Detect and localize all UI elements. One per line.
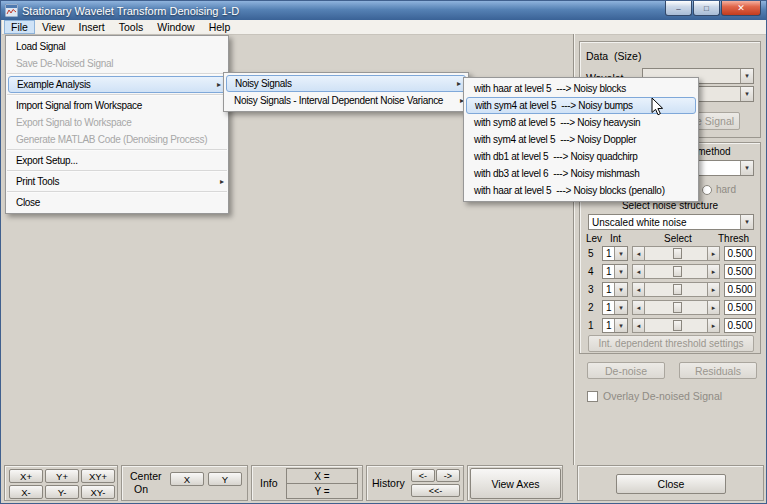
menubar-item-tools[interactable]: Tools [112, 20, 151, 34]
menu-item: Save De-Noised Signal [6, 55, 228, 72]
menu-separator [7, 191, 227, 193]
menu-item[interactable]: Print Tools▸ [6, 173, 228, 190]
menubar-item-window[interactable]: Window [150, 20, 201, 34]
threshold-value-field[interactable]: 0.500 [724, 300, 756, 315]
threshold-row: 21▾◂▸0.500 [580, 300, 760, 316]
menu-item[interactable]: Noisy Signals▸ [226, 75, 466, 92]
menubar-item-view[interactable]: View [35, 20, 72, 34]
slider-right-arrow-icon[interactable]: ▸ [707, 265, 719, 278]
menu-item-label: Export Setup... [16, 155, 78, 166]
history-back-button[interactable]: <- [411, 469, 435, 482]
menubar-item-insert[interactable]: Insert [72, 20, 112, 34]
menu-item[interactable]: Import Signal from Workspace [6, 97, 228, 114]
menu-item[interactable]: with db3 at level 6 ---> Noisy mishmash [464, 165, 698, 182]
level-label: 2 [588, 302, 594, 313]
view-axes-group: View Axes [467, 465, 563, 501]
info-label: Info [260, 477, 278, 489]
zoom-button[interactable]: Y- [45, 485, 79, 499]
threshold-slider[interactable]: ◂▸ [632, 246, 720, 261]
menubar-item-help[interactable]: Help [202, 20, 238, 34]
overlay-denoised-checkbox[interactable] [587, 391, 598, 402]
threshold-value-field[interactable]: 0.500 [724, 246, 756, 261]
slider-thumb[interactable] [673, 320, 682, 331]
menu-item[interactable]: with haar at level 5 ---> Noisy blocks [464, 80, 698, 97]
overlay-denoised-label: Overlay De-noised Signal [603, 390, 722, 402]
center-y-button[interactable]: Y [208, 472, 242, 486]
slider-thumb[interactable] [673, 284, 682, 295]
menubar-item-file[interactable]: File [4, 20, 35, 34]
menu-item[interactable]: Load Signal [6, 38, 228, 55]
menu-item[interactable]: with sym4 at level 5 ---> Noisy Doppler [464, 131, 698, 148]
maximize-button[interactable]: □ [693, 1, 720, 16]
interval-combo[interactable]: 1▾ [602, 246, 628, 261]
combo-arrow-icon: ▾ [614, 319, 627, 332]
menu-item[interactable]: Example Analysis▸ [8, 76, 226, 93]
slider-thumb[interactable] [673, 266, 682, 277]
slider-thumb[interactable] [673, 248, 682, 259]
menu-item[interactable]: Noisy Signals - Interval Dependent Noise… [224, 92, 468, 109]
center-x-button[interactable]: X [170, 472, 204, 486]
slider-left-arrow-icon[interactable]: ◂ [633, 319, 645, 332]
hard-radio[interactable] [702, 185, 712, 195]
threshold-slider[interactable]: ◂▸ [632, 282, 720, 297]
close-button[interactable]: Close [616, 474, 726, 494]
combo-arrow-icon: ▾ [614, 301, 627, 314]
menu-item-label: Example Analysis [17, 79, 91, 90]
slider-right-arrow-icon[interactable]: ▸ [707, 283, 719, 296]
slider-left-arrow-icon[interactable]: ◂ [633, 301, 645, 314]
submenu-arrow-icon: ▸ [220, 177, 224, 186]
interval-combo[interactable]: 1▾ [602, 318, 628, 333]
zoom-button[interactable]: X+ [9, 469, 43, 483]
slider-track[interactable] [645, 247, 707, 260]
combo-arrow-icon: ▾ [740, 215, 753, 229]
menu-item[interactable]: Close [6, 194, 228, 211]
history-forward-button[interactable]: -> [436, 469, 460, 482]
combo-arrow-icon: ▾ [614, 265, 627, 278]
window-controls: – □ ✕ [664, 1, 761, 16]
slider-track[interactable] [645, 319, 707, 332]
noise-structure-combo[interactable]: Unscaled white noise ▾ [588, 214, 754, 230]
close-window-button[interactable]: ✕ [721, 1, 761, 16]
threshold-slider[interactable]: ◂▸ [632, 318, 720, 333]
interval-combo[interactable]: 1▾ [602, 282, 628, 297]
history-all-back-button[interactable]: <<- [411, 484, 460, 497]
menu-item-label: with db1 at level 5 ---> Noisy quadchirp [474, 151, 638, 162]
slider-right-arrow-icon[interactable]: ▸ [707, 247, 719, 260]
combo-arrow-icon: ▾ [740, 69, 753, 83]
zoom-button[interactable]: XY- [81, 485, 115, 499]
menu-item[interactable]: with db1 at level 5 ---> Noisy quadchirp [464, 148, 698, 165]
menu-item-label: with haar at level 5 ---> Noisy blocks [474, 83, 626, 94]
slider-thumb[interactable] [673, 302, 682, 313]
menu-separator [7, 170, 227, 172]
zoom-button[interactable]: XY+ [81, 469, 115, 483]
minimize-button[interactable]: – [665, 1, 692, 16]
interval-combo[interactable]: 1▾ [602, 264, 628, 279]
data-size-label: Data (Size) [586, 50, 641, 62]
info-group: Info X = Y = [251, 465, 363, 501]
view-axes-button[interactable]: View Axes [470, 468, 561, 499]
menu-item[interactable]: with haar at level 5 ---> Noisy blocks (… [464, 182, 698, 199]
zoom-button[interactable]: Y+ [45, 469, 79, 483]
slider-track[interactable] [645, 283, 707, 296]
slider-track[interactable] [645, 301, 707, 314]
menu-item-label: Close [16, 197, 40, 208]
menu-item-label: Import Signal from Workspace [16, 100, 142, 111]
slider-track[interactable] [645, 265, 707, 278]
level-label: 4 [588, 266, 594, 277]
info-x-field: X = [286, 468, 358, 484]
interval-combo[interactable]: 1▾ [602, 300, 628, 315]
slider-left-arrow-icon[interactable]: ◂ [633, 247, 645, 260]
slider-right-arrow-icon[interactable]: ▸ [707, 301, 719, 314]
slider-left-arrow-icon[interactable]: ◂ [633, 283, 645, 296]
app-window: Stationary Wavelet Transform Denoising 1… [0, 0, 767, 504]
threshold-slider[interactable]: ◂▸ [632, 264, 720, 279]
slider-left-arrow-icon[interactable]: ◂ [633, 265, 645, 278]
threshold-slider[interactable]: ◂▸ [632, 300, 720, 315]
threshold-value-field[interactable]: 0.500 [724, 282, 756, 297]
slider-right-arrow-icon[interactable]: ▸ [707, 319, 719, 332]
combo-arrow-icon: ▾ [614, 283, 627, 296]
zoom-button[interactable]: X- [9, 485, 43, 499]
threshold-value-field[interactable]: 0.500 [724, 318, 756, 333]
menu-item[interactable]: Export Setup... [6, 152, 228, 169]
threshold-value-field[interactable]: 0.500 [724, 264, 756, 279]
